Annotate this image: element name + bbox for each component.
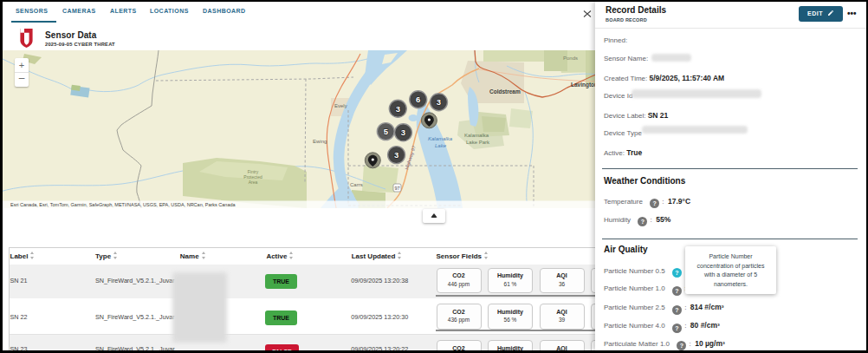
svg-text:Area: Area [249,180,258,185]
svg-text:6: 6 [416,95,420,104]
svg-text:Lake Park: Lake Park [466,140,490,145]
svg-text:Evely: Evely [334,103,347,108]
svg-text:5: 5 [384,127,389,136]
svg-text:3: 3 [401,127,405,137]
svg-text:3: 3 [396,104,400,114]
svg-text:Lake: Lake [435,143,447,148]
svg-text:Esri Canada, Esri, TomTom, Gar: Esri Canada, Esri, TomTom, Garmin, SafeG… [10,202,236,207]
svg-text:Ewing: Ewing [313,139,327,144]
svg-text:Coldstream: Coldstream [489,88,521,95]
svg-text:Kalamalka: Kalamalka [464,133,489,138]
svg-text:97: 97 [394,186,399,191]
svg-text:3: 3 [394,150,398,160]
svg-text:Kalamalka: Kalamalka [428,136,453,141]
svg-text:Carrs: Carrs [350,182,363,187]
svg-text:3: 3 [437,97,441,107]
svg-text:Ponds: Ponds [563,56,578,61]
svg-text:Lavington: Lavington [571,82,598,88]
